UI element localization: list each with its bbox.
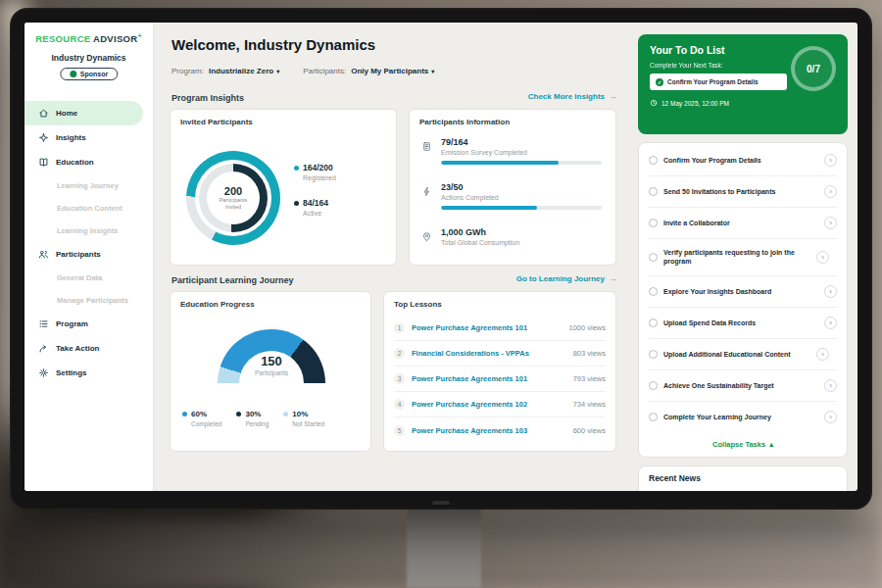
list-icon — [38, 318, 49, 329]
legend-completed: 60% Completed — [182, 410, 221, 427]
check-more-insights-link[interactable]: Check More Insights → — [528, 92, 616, 101]
todo-task-row[interactable]: Upload Spend Data Records › — [649, 308, 837, 339]
invited-donut-chart: 200 Participants Invited — [186, 151, 280, 245]
todo-summary-card: Your To Do List 0/7 Complete Your Next T… — [638, 34, 848, 134]
emission-progress-bar — [441, 161, 602, 165]
program-insights-heading: Program Insights — [172, 93, 244, 103]
participants-dropdown[interactable]: Only My Participants ▾ — [351, 67, 434, 75]
todo-task-row[interactable]: Explore Your Insights Dashboard › — [649, 276, 837, 308]
lesson-row: 1 Power Purchase Agreements 101 1000 vie… — [394, 316, 606, 341]
lesson-link[interactable]: Financial Considerations - VPPAs — [412, 349, 573, 358]
lesson-link[interactable]: Power Purchase Agreements 103 — [412, 426, 573, 435]
clock-icon — [650, 99, 658, 107]
recent-news-card: Recent News — [638, 466, 848, 491]
todo-task-row[interactable]: Complete Your Learning Journey › — [649, 402, 837, 432]
monitor-stand — [407, 502, 481, 588]
task-checkbox[interactable] — [649, 287, 658, 296]
consumption-row: 1,000 GWh Total Global Consumption — [421, 227, 602, 246]
chevron-right-icon[interactable]: › — [824, 317, 837, 329]
pending-dot-icon — [236, 412, 241, 416]
chevron-right-icon[interactable]: › — [824, 411, 837, 423]
sidebar-item-learning-journey[interactable]: Learning Journey — [24, 174, 153, 197]
go-to-learning-journey-link[interactable]: Go to Learning Journey → — [516, 274, 616, 283]
chevron-right-icon[interactable]: › — [824, 185, 837, 198]
sidebar-item-insights[interactable]: Insights — [24, 125, 153, 150]
sidebar-item-participants[interactable]: Participants — [24, 242, 153, 267]
task-checkbox[interactable] — [649, 381, 658, 390]
document-icon — [421, 138, 432, 149]
lessons-list: 1 Power Purchase Agreements 101 1000 vie… — [394, 316, 606, 443]
learning-journey-heading: Participant Learning Journey — [172, 275, 294, 285]
chevron-right-icon[interactable]: › — [824, 154, 837, 167]
lesson-link[interactable]: Power Purchase Agreements 102 — [412, 400, 573, 409]
rank-badge: 3 — [394, 373, 405, 384]
emission-survey-row: 79/164 Emission Survey Completed — [421, 137, 602, 165]
sidebar-nav: Home Insights Education Learning Journey… — [24, 101, 153, 385]
task-checkbox[interactable] — [649, 219, 658, 227]
chevron-right-icon[interactable]: › — [824, 285, 837, 298]
chevron-right-icon[interactable]: › — [824, 379, 837, 392]
sidebar-item-home[interactable]: Home — [24, 101, 143, 125]
recent-news-heading: Recent News — [649, 473, 701, 483]
sidebar-item-manage-participants[interactable]: Manage Participants — [24, 289, 153, 312]
sidebar-item-take-action[interactable]: Take Action — [24, 336, 153, 361]
filter-bar: Program: Industrialize Zero ▾ Participan… — [172, 67, 434, 75]
chevron-down-icon: ▾ — [276, 68, 279, 74]
task-checkbox[interactable] — [649, 187, 658, 196]
action-arrow-icon — [38, 343, 49, 354]
invited-legend: 164/200 Registered 84/164 Active — [294, 163, 336, 233]
monitor-bezel: RESOURCE ADVISOR+ Industry Dynamics Spon… — [10, 8, 872, 510]
org-name: Industry Dynamics — [24, 53, 153, 63]
actions-progress-bar — [441, 206, 602, 210]
todo-tasks-card: Confirm Your Program Details › Send 50 I… — [638, 142, 848, 458]
todo-task-row[interactable]: Invite a Collaborator › — [649, 208, 837, 239]
page-title: Welcome, Industry Dynamics — [172, 36, 375, 53]
task-checkbox[interactable] — [649, 156, 658, 165]
task-checkbox[interactable] — [649, 413, 658, 421]
bolt-icon — [421, 183, 432, 194]
rank-badge: 1 — [394, 322, 405, 333]
todo-task-row[interactable]: Verify participants requesting to join t… — [649, 239, 837, 276]
next-task-chip[interactable]: ✓ Confirm Your Program Details — [650, 74, 787, 90]
participants-filter: Participants: Only My Participants ▾ — [303, 67, 434, 75]
book-icon — [38, 157, 49, 168]
sidebar-item-learning-insights[interactable]: Learning Insights — [24, 220, 153, 242]
program-dropdown[interactable]: Industrialize Zero ▾ — [209, 67, 279, 75]
chevron-right-icon[interactable]: › — [824, 217, 837, 229]
legend-active: 84/164 Active — [294, 198, 336, 217]
not-started-dot-icon — [283, 412, 288, 416]
sparkle-icon — [38, 132, 49, 143]
gear-icon — [38, 368, 49, 378]
todo-task-row[interactable]: Upload Additional Educational Content › — [649, 339, 837, 370]
task-checkbox[interactable] — [649, 318, 658, 327]
task-checkbox[interactable] — [649, 253, 658, 262]
todo-task-row[interactable]: Send 50 Invitations to Participants › — [649, 176, 837, 208]
program-filter: Program: Industrialize Zero ▾ — [172, 67, 279, 75]
todo-task-row[interactable]: Confirm Your Program Details › — [649, 145, 837, 176]
sidebar-item-program[interactable]: Program — [24, 312, 153, 336]
monitor-logo — [432, 501, 450, 505]
chevron-right-icon[interactable]: › — [816, 348, 829, 361]
task-checkbox[interactable] — [649, 350, 658, 359]
sidebar-item-settings[interactable]: Settings — [24, 361, 153, 385]
chevron-right-icon[interactable]: › — [816, 251, 829, 264]
sidebar-item-education-content[interactable]: Education Content — [24, 197, 153, 220]
top-lessons-card: Top Lessons 1 Power Purchase Agreements … — [383, 291, 616, 452]
lesson-link[interactable]: Power Purchase Agreements 101 — [412, 323, 568, 332]
chevron-down-icon: ▾ — [431, 68, 434, 74]
sidebar-item-general-data[interactable]: General Data — [24, 267, 153, 289]
sidebar-item-education[interactable]: Education — [24, 150, 153, 174]
lesson-row: 5 Power Purchase Agreements 103 600 view… — [394, 417, 606, 443]
collapse-tasks-button[interactable]: Collapse Tasks ▴ — [649, 432, 837, 457]
education-legend: 60% Completed 30% Pending 10% Not Starte… — [182, 410, 365, 427]
lesson-link[interactable]: Power Purchase Agreements 101 — [412, 374, 573, 383]
invited-participants-card: Invited Participants 200 Participants In… — [170, 109, 397, 266]
rank-badge: 4 — [394, 399, 405, 410]
arrow-right-icon: → — [609, 274, 616, 283]
todo-progress-ring: 0/7 — [791, 46, 836, 91]
location-pin-icon — [421, 228, 432, 239]
rank-badge: 5 — [394, 425, 405, 436]
screen: RESOURCE ADVISOR+ Industry Dynamics Spon… — [24, 23, 858, 491]
legend-registered: 164/200 Registered — [294, 163, 336, 181]
todo-task-row[interactable]: Achieve One Sustainability Target › — [649, 370, 837, 402]
